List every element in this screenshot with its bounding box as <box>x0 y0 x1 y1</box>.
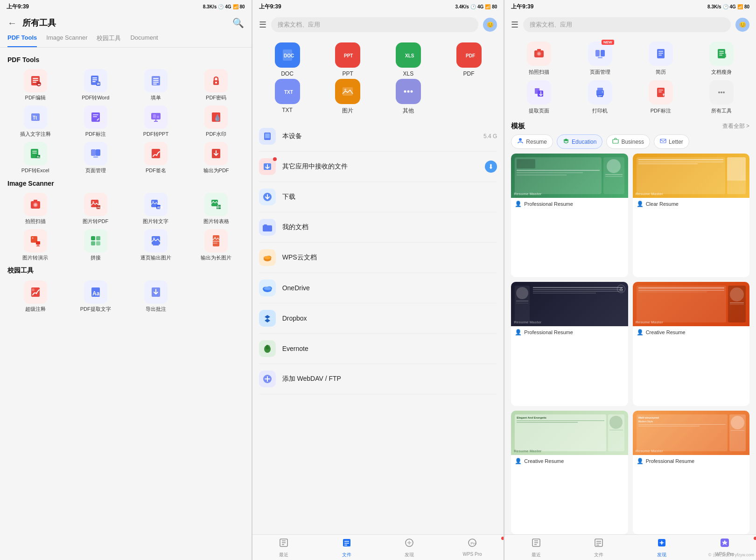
tool-img-pdf[interactable]: PDF 图片转PDF <box>68 193 123 224</box>
nav-recent-2[interactable]: 最近 <box>252 538 315 558</box>
file-type-xls[interactable]: XLS XLS <box>380 42 437 77</box>
svg-rect-140 <box>719 55 722 56</box>
template-tab-education[interactable]: Education <box>557 134 602 149</box>
tab-image-scanner[interactable]: Image Scanner <box>46 30 87 47</box>
search-box-3[interactable]: 搜索文档、应用 <box>523 17 731 32</box>
tool-pdf-edit[interactable]: ✏ PDF编辑 <box>7 69 63 101</box>
tool-label: PDF提取文字 <box>80 306 111 312</box>
tool-export-notes[interactable]: 导出批注 <box>128 280 183 312</box>
template-card-5[interactable]: Elegant And Energetic Resume Master 👤 Cr… <box>511 411 628 534</box>
back-button[interactable]: ← <box>7 18 17 28</box>
svg-text:Pro: Pro <box>471 541 477 546</box>
tool-pdf-sign[interactable]: PDF签名 <box>128 142 183 174</box>
template-card-2[interactable]: Resume Master 👤 Clear Resume <box>633 154 749 277</box>
template-tab-resume[interactable]: Resume <box>511 134 553 149</box>
file-type-other[interactable]: 其他 <box>380 79 437 115</box>
discover-icon <box>404 538 414 550</box>
svg-rect-14 <box>153 80 159 81</box>
template-name-label: Professional Resume <box>524 201 573 207</box>
svg-rect-13 <box>153 78 159 79</box>
svg-rect-37 <box>91 149 96 156</box>
file-type-pdf[interactable]: PDF PDF <box>441 42 497 77</box>
file-type-image[interactable]: 图片 <box>319 79 376 115</box>
user-avatar-3[interactable]: 😊 <box>735 18 749 32</box>
storage-onedrive[interactable]: OneDrive <box>259 273 497 303</box>
nav-files-3[interactable]: 文件 <box>567 538 630 558</box>
tool-super-annotate[interactable]: 超级注释 <box>7 280 63 312</box>
nav-discover-3[interactable]: 发现 <box>630 538 693 558</box>
tab-document[interactable]: Document <box>130 30 158 47</box>
nav-wps-pro-3[interactable]: WPS Pro <box>693 538 756 558</box>
svg-marker-159 <box>620 287 623 290</box>
quick-extract-page[interactable]: 提取页面 <box>511 80 567 114</box>
user-avatar-2[interactable]: 😊 <box>483 18 497 32</box>
quick-slim-doc[interactable]: 文档瘦身 <box>693 42 749 76</box>
tool-pdf-ppt[interactable]: PDF转PPT <box>128 105 183 137</box>
tab-campus-tools[interactable]: 校园工具 <box>97 30 121 47</box>
menu-button-3[interactable]: ☰ <box>511 20 518 30</box>
tool-pdf-watermark[interactable]: 💧 PDF水印 <box>189 105 244 137</box>
storage-name: 其它应用中接收的文件 <box>282 162 479 171</box>
quick-pdf-annotate[interactable]: PDF标注 <box>633 80 689 114</box>
nav-discover-2[interactable]: 发现 <box>378 538 441 558</box>
file-type-doc[interactable]: DOC DOC <box>259 42 316 77</box>
svg-marker-107 <box>265 315 270 322</box>
file-type-ppt[interactable]: PPT PPT <box>319 42 376 77</box>
file-type-txt[interactable]: TXT TXT <box>259 79 316 115</box>
tool-pdf-excel[interactable]: XLS PDF转Excel <box>7 142 63 174</box>
nav-files-2[interactable]: 文件 <box>315 538 378 558</box>
template-card-3[interactable]: Resume Master 👤 Professional Resume <box>511 282 628 406</box>
tool-photo-scan[interactable]: 拍照扫描 <box>7 193 63 224</box>
user-icon: 👤 <box>637 201 644 207</box>
quick-page-manage[interactable]: NEW 页面管理 <box>572 42 628 76</box>
template-tab-business[interactable]: Business <box>606 134 650 149</box>
template-tab-letter[interactable]: Letter <box>654 134 689 149</box>
nav-recent-3[interactable]: 最近 <box>504 538 567 558</box>
tool-pdf-annotate[interactable]: PDF标注 <box>68 105 123 137</box>
tool-img-text[interactable]: ABC 图片转文字 <box>128 193 183 224</box>
view-all-button[interactable]: 查看全部 > <box>722 122 749 130</box>
tool-pdf-password[interactable]: PDF密码 <box>189 69 244 101</box>
files-icon <box>342 538 352 550</box>
search-box-2[interactable]: 搜索文档、应用 <box>271 17 479 32</box>
tool-img-presentation[interactable]: 图片转演示 <box>7 229 63 261</box>
storage-dropbox[interactable]: Dropbox <box>259 303 497 334</box>
tool-extract-text[interactable]: Aa PDF提取文字 <box>68 280 123 312</box>
tool-insert-text[interactable]: Tt 插入文字注释 <box>7 105 63 137</box>
template-card-6[interactable]: Well-structured Modern Style Resume Mast… <box>633 411 749 534</box>
tool-long-image[interactable]: 输出为长图片 <box>189 229 244 261</box>
tool-page-manage[interactable]: 页面管理 <box>68 142 123 174</box>
storage-device[interactable]: 本设备 5.4 G <box>259 121 497 152</box>
template-name: 👤 Professional Resume <box>511 198 628 210</box>
tool-output-pages[interactable]: 逐页输出图片 <box>128 229 183 261</box>
svg-point-18 <box>215 82 217 84</box>
tab-pdf-tools[interactable]: PDF Tools <box>7 30 37 47</box>
storage-my-docs[interactable]: 我的文档 <box>259 212 497 243</box>
quick-photo-scan[interactable]: 拍照扫描 <box>511 42 567 76</box>
tool-label: PDF编辑 <box>25 95 46 101</box>
quick-all-tools[interactable]: 所有工具 <box>693 80 749 114</box>
svg-rect-157 <box>613 140 618 143</box>
svg-text:PDF: PDF <box>466 53 475 58</box>
nav-wps-pro-2[interactable]: Pro WPS Pro <box>441 538 504 558</box>
storage-wps-cloud[interactable]: WPS云文档 <box>259 243 497 273</box>
tool-export-pdf[interactable]: 输出为PDF <box>189 142 244 174</box>
storage-received[interactable]: 其它应用中接收的文件 ⬇ <box>259 152 497 182</box>
tool-pdf-word[interactable]: W PDF转Word <box>68 69 123 101</box>
svg-point-92 <box>407 91 409 93</box>
tool-img-table[interactable]: 图片转表格 <box>189 193 244 224</box>
storage-evernote[interactable]: Evernote <box>259 334 497 364</box>
search-button[interactable]: 🔍 <box>232 17 244 28</box>
quick-resume[interactable]: 简历 <box>633 42 689 76</box>
quick-tool-label: 所有工具 <box>711 107 732 114</box>
svg-point-90 <box>344 89 346 91</box>
tool-fill-form[interactable]: 填单 <box>128 69 183 101</box>
tool-label: PDF标注 <box>85 131 106 137</box>
template-card-1[interactable]: Resume Master 👤 Professional Resume <box>511 154 628 277</box>
menu-button[interactable]: ☰ <box>259 20 266 30</box>
storage-add-webdav[interactable]: 添加 WebDAV / FTP <box>259 364 497 394</box>
quick-printer[interactable]: 打印机 <box>572 80 628 114</box>
template-card-4[interactable]: Resume Master 👤 Creative Resume <box>633 282 749 406</box>
tool-stitch[interactable]: 拼接 <box>68 229 123 261</box>
storage-download[interactable]: 下载 <box>259 182 497 212</box>
